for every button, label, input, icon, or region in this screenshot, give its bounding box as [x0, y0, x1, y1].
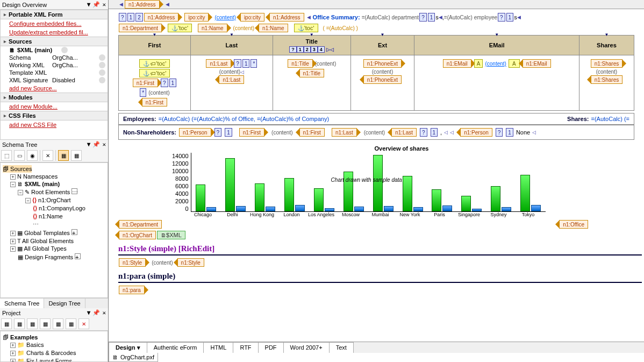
tab-html[interactable]: HTML [203, 342, 233, 353]
para-open[interactable]: n1:para [119, 286, 145, 294]
ipocity-close[interactable]: ipo:city [240, 13, 264, 22]
pin-icon[interactable]: 📌 [92, 309, 100, 316]
template-xml-row[interactable]: Template XML [1, 69, 108, 76]
address-tag[interactable]: n1:Address [125, 0, 160, 9]
examples-node[interactable]: 🗐 Examples [3, 333, 105, 341]
tool-btn-1[interactable]: ⬚ [1, 150, 12, 161]
cell-title[interactable]: n1:Title (content) n1:Title [273, 55, 350, 111]
close-icon[interactable]: ✕ [102, 1, 106, 8]
col-email[interactable]: ▼EMail [414, 36, 579, 55]
design-fragments-node[interactable]: ▦ Design Fragments + [3, 253, 105, 261]
bar-secondary [295, 205, 305, 211]
tool-btn-6[interactable]: ▦ [71, 150, 82, 161]
dept-open[interactable]: n1:Department [119, 24, 162, 32]
schema-tabs: Schema Tree Design Tree [0, 298, 108, 308]
filter-2[interactable]: 2 [135, 13, 143, 22]
tab-pdf[interactable]: PDF [258, 342, 284, 353]
pin-icon[interactable]: 📌 [92, 1, 100, 8]
working-xml-row[interactable]: Working XMLOrgCha... [1, 61, 108, 69]
design-canvas[interactable]: ? 1 2 n1:Address ipo:city (content) ipo:… [109, 9, 644, 342]
cell-shares[interactable]: n1:Shares (content) n1:Shares [579, 55, 634, 111]
xml-signature-row[interactable]: XML SignatureDisabled [1, 76, 108, 84]
tool-btn-delete[interactable]: ✕ [42, 150, 53, 161]
proj-tool-5[interactable]: ▦ [53, 318, 63, 329]
proj-tool-4[interactable]: ▦ [40, 318, 51, 329]
address-close[interactable]: n1:Address [269, 13, 304, 22]
companylogo-node[interactable]: ⟨⟩ n1:CompanyLogo [3, 204, 105, 212]
add-css-link[interactable]: add new CSS File [1, 120, 108, 129]
xml-close[interactable]: 🗎 $XML [157, 231, 185, 239]
col-title[interactable]: ▼Title ?1234 ▷◁ [273, 36, 350, 55]
css-section[interactable]: ▸CSS Files [1, 111, 108, 120]
tool-btn-3[interactable]: ◉ [27, 150, 38, 161]
tab-text[interactable]: Text [329, 342, 354, 353]
global-elements-node[interactable]: +T All Global Elements [3, 237, 105, 245]
ipocity-open[interactable]: ipo:city [184, 13, 209, 22]
style-close[interactable]: n1:Style [177, 258, 204, 267]
toc-tag[interactable]: ⚓ 'toc' [168, 24, 192, 32]
configure-embedded-link[interactable]: Configure embedded files... [1, 19, 108, 28]
status-dot[interactable] [61, 47, 68, 53]
namespaces-node[interactable]: +N Namespaces [3, 173, 105, 180]
office-close[interactable]: n1:Office [559, 220, 588, 229]
charts-folder[interactable]: +📁 Charts & Barcodes [3, 349, 105, 357]
pin-icon[interactable]: 📌 [92, 141, 100, 148]
update-embedded-link[interactable]: Update/extract embedded fil... [1, 28, 108, 37]
sources-node[interactable]: 🗐 Sources [3, 165, 32, 173]
cell-last[interactable]: n1:Last ?1* (content)◁ n1:Last [190, 55, 273, 111]
name-close[interactable]: n1:Name [259, 24, 288, 32]
col-ext[interactable]: ▼Ext [350, 36, 414, 55]
proj-tool-6[interactable]: ▦ [66, 318, 76, 329]
cell-ext[interactable]: n1:PhoneExt (content) n1:PhoneExt [350, 55, 414, 111]
tab-design-tree[interactable]: Design Tree [44, 299, 85, 308]
global-templates-node[interactable]: +▦ Global Templates + [3, 229, 105, 237]
xml-main-node[interactable]: −🗎 $XML (main) [3, 180, 105, 188]
filter-1[interactable]: 1 [127, 13, 135, 22]
address-open[interactable]: n1:Address [144, 13, 179, 22]
root-elements-node[interactable]: −✎ Root Elements ⋯ [3, 188, 105, 196]
fix-folder[interactable]: +📁 Fix Layout Forms [3, 357, 105, 362]
xml-main-row[interactable]: 🗎$XML (main) [1, 46, 108, 54]
tab-schema-tree[interactable]: Schema Tree [0, 299, 44, 308]
cell-email[interactable]: n1:EMail A (content) A n1:EMail [414, 55, 579, 111]
tab-authentic[interactable]: Authentic eForm [147, 342, 204, 353]
tool-btn-2[interactable]: ▭ [14, 150, 25, 161]
col-shares[interactable]: ▼Shares [579, 36, 634, 55]
close-icon[interactable]: ✕ [102, 309, 106, 316]
name-node[interactable]: ⟨⟩ n1:Name [3, 212, 105, 221]
pin-icon[interactable]: ▼ [87, 1, 91, 8]
modules-section[interactable]: ▸Modules [1, 93, 108, 102]
proj-tool-1[interactable]: ▦ [1, 318, 12, 329]
add-module-link[interactable]: add new Module... [1, 102, 108, 111]
portable-xml-section[interactable]: ▸Portable XML Form [1, 10, 108, 19]
name-open[interactable]: n1:Name [198, 24, 227, 32]
basics-folder[interactable]: +📁 Basics [3, 341, 105, 349]
cell-first[interactable]: ⚓ 🏷 'toc' ⚓ 🏷 'toc' n1:First ?1 * (conte… [119, 55, 191, 111]
filter-q[interactable]: ? [119, 13, 126, 22]
schema-row[interactable]: SchemaOrgCha... [1, 54, 108, 61]
dropdown-icon[interactable]: ▼ [87, 309, 91, 316]
proj-tool-2[interactable]: ▦ [14, 318, 25, 329]
design-overview-title[interactable]: Design Overview ▼ 📌 ✕ [0, 0, 108, 9]
close-icon[interactable]: ✕ [102, 141, 106, 148]
col-first[interactable]: ▼First [119, 36, 191, 55]
orgchart-node[interactable]: −⟨⟩ n1:OrgChart [3, 196, 105, 204]
sources-section[interactable]: ▸Sources [1, 37, 108, 46]
dropdown-icon[interactable]: ▼ [87, 141, 91, 148]
global-types-node[interactable]: +▦ All Global Types [3, 245, 105, 253]
proj-tool-delete[interactable]: ✕ [78, 318, 89, 329]
file-tab[interactable]: 🗎 OrgChart.pxf [109, 353, 158, 362]
tab-design[interactable]: Design ▾ [109, 342, 147, 353]
col-last[interactable]: ▼Last [190, 36, 273, 55]
tab-word[interactable]: Word 2007+ [283, 342, 330, 353]
tab-rtf[interactable]: RTF [233, 342, 258, 353]
dept-close[interactable]: n1:Department [119, 220, 162, 229]
style-open[interactable]: n1:Style [119, 258, 146, 267]
more-node[interactable]: ⋯ [3, 221, 105, 229]
orgchart-close[interactable]: n1:OrgChart [119, 231, 156, 239]
chart-plot: Chart drawn with sample data [191, 153, 546, 212]
add-source-link[interactable]: add new Source... [1, 84, 108, 93]
proj-tool-3[interactable]: ▦ [27, 318, 38, 329]
tool-btn-5[interactable]: ▦ [58, 150, 69, 161]
toc-tag[interactable]: ⚓ 'toc' [294, 24, 318, 32]
